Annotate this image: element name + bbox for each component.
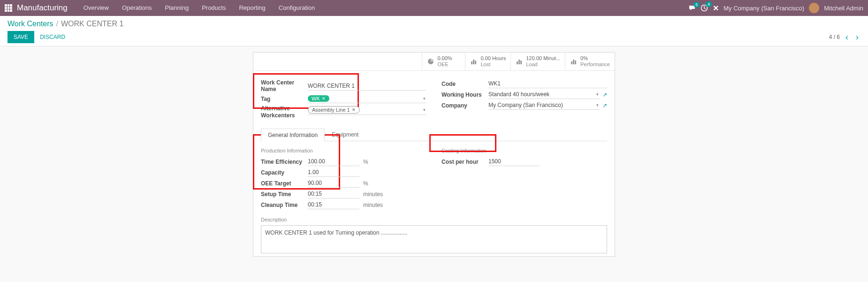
nav-menu: Overview Operations Planning Products Re…	[77, 0, 321, 16]
nav-products[interactable]: Products	[195, 0, 232, 16]
external-link-icon[interactable]: ↗	[602, 91, 607, 98]
hours-input[interactable]: Standard 40 hours/week▾	[488, 90, 600, 99]
stat-performance[interactable]: 0%Performance	[565, 53, 615, 70]
chevron-down-icon[interactable]: ▾	[596, 103, 599, 107]
hours-label: Working Hours	[442, 91, 488, 98]
company-label: Company	[442, 102, 488, 109]
nav-overview[interactable]: Overview	[77, 0, 115, 16]
svg-rect-3	[473, 60, 474, 64]
stat-lost-label: Lost	[480, 61, 506, 68]
pager-text: 4 / 6	[829, 34, 840, 40]
capacity-label: Capacity	[261, 169, 308, 176]
minutes-unit: minutes	[363, 202, 383, 208]
svg-rect-10	[575, 61, 576, 64]
bar-icon	[470, 58, 478, 65]
avatar[interactable]	[809, 3, 819, 13]
svg-rect-4	[475, 61, 476, 64]
pager-next[interactable]: ›	[854, 32, 860, 42]
breadcrumb-parent[interactable]: Work Centers	[8, 20, 53, 28]
nav-reporting[interactable]: Reporting	[232, 0, 272, 16]
cleanup-input[interactable]: 00:15	[308, 200, 359, 209]
alt-label: Alternative Workcenters	[261, 105, 308, 119]
prod-section-title: Production Information	[261, 148, 426, 153]
breadcrumb-current: WORK CENTER 1	[61, 20, 123, 28]
tag-label: Tag	[261, 96, 308, 102]
svg-rect-5	[517, 61, 518, 64]
tag-remove-icon[interactable]: ✕	[352, 107, 356, 112]
breadcrumb: Work Centers/WORK CENTER 1	[8, 20, 860, 28]
stat-load[interactable]: 120.00 Minut...Load	[510, 53, 565, 70]
name-input[interactable]: WORK CENTER 1	[308, 82, 426, 91]
pie-icon	[427, 58, 434, 65]
cleanup-label: Cleanup Time	[261, 202, 308, 208]
nav-configuration[interactable]: Configuration	[272, 0, 321, 16]
tag-input[interactable]: WK✕ ▾	[308, 94, 426, 103]
description-label: Description	[261, 217, 607, 222]
stat-button-row: 0.00%OEE 0.00 HoursLost 120.00 Minut...L…	[253, 53, 615, 71]
stat-perf-value: 0%	[580, 55, 610, 61]
stat-oee[interactable]: 0.00%OEE	[422, 53, 465, 70]
stat-oee-label: OEE	[437, 61, 452, 68]
description-textarea[interactable]: WORK CENTER 1 used for Turning operation…	[261, 225, 607, 253]
bar-icon	[516, 58, 523, 65]
tab-general[interactable]: General Information	[261, 129, 325, 141]
messaging-icon[interactable]: 5	[688, 5, 696, 11]
chevron-down-icon[interactable]: ▾	[423, 107, 426, 112]
svg-rect-9	[573, 60, 574, 64]
svg-rect-6	[518, 60, 520, 64]
time-eff-input[interactable]: 100.00	[308, 157, 359, 166]
code-label: Code	[442, 81, 488, 87]
time-eff-label: Time Efficiency	[261, 159, 308, 165]
control-panel: Work Centers/WORK CENTER 1 SAVE DISCARD …	[0, 16, 868, 46]
alt-pill[interactable]: Assembly Line 1✕	[308, 106, 360, 114]
setup-label: Setup Time	[261, 191, 308, 198]
external-link-icon[interactable]: ↗	[602, 102, 607, 109]
company-input[interactable]: My Company (San Francisco)▾	[488, 101, 600, 110]
alt-input[interactable]: Assembly Line 1✕ ▾	[308, 105, 426, 115]
company-switcher[interactable]: My Company (San Francisco)	[723, 5, 804, 12]
app-brand[interactable]: Manufacturing	[17, 3, 68, 13]
oee-target-label: OEE Target	[261, 180, 308, 187]
apps-icon[interactable]	[5, 4, 12, 12]
pager: 4 / 6 ‹ ›	[829, 32, 860, 42]
tag-pill-wk[interactable]: WK✕	[308, 95, 329, 102]
user-menu[interactable]: Mitchell Admin	[824, 5, 863, 12]
nav-planning[interactable]: Planning	[159, 0, 196, 16]
form-sheet: 0.00%OEE 0.00 HoursLost 120.00 Minut...L…	[253, 52, 615, 257]
bar-icon	[570, 58, 578, 65]
svg-rect-2	[471, 61, 472, 64]
top-navbar: Manufacturing Overview Operations Planni…	[0, 0, 868, 16]
messaging-badge: 5	[693, 2, 700, 8]
stat-lost[interactable]: 0.00 HoursLost	[465, 53, 510, 70]
chevron-down-icon[interactable]: ▾	[596, 92, 599, 97]
svg-rect-8	[571, 61, 572, 64]
svg-rect-7	[520, 61, 522, 64]
stat-load-value: 120.00 Minut...	[526, 55, 560, 61]
stat-lost-value: 0.00 Hours	[480, 55, 506, 61]
discard-button[interactable]: DISCARD	[34, 31, 71, 43]
nav-operations[interactable]: Operations	[115, 0, 159, 16]
oee-target-input[interactable]: 90.00	[308, 179, 359, 188]
close-icon[interactable]: ✕	[713, 4, 719, 13]
form-tabs: General Information Equipment	[261, 128, 607, 141]
tab-equipment[interactable]: Equipment	[325, 128, 365, 141]
code-input[interactable]: WK1	[488, 79, 607, 88]
tag-remove-icon[interactable]: ✕	[322, 96, 326, 101]
percent-unit: %	[363, 159, 368, 165]
save-button[interactable]: SAVE	[8, 31, 34, 43]
stat-load-label: Load	[526, 61, 560, 68]
setup-input[interactable]: 00:15	[308, 190, 359, 198]
stat-perf-label: Performance	[580, 61, 610, 68]
capacity-input[interactable]: 1.00	[308, 168, 359, 177]
pager-prev[interactable]: ‹	[844, 32, 850, 42]
name-label: Work Center Name	[261, 79, 308, 92]
activity-icon[interactable]: 4	[700, 4, 708, 12]
cph-label: Cost per hour	[442, 159, 488, 165]
cph-input[interactable]: 1500	[488, 157, 540, 166]
minutes-unit: minutes	[363, 191, 383, 198]
percent-unit: %	[363, 180, 368, 187]
stat-oee-value: 0.00%	[437, 55, 452, 61]
cost-section-title: Costing Information	[442, 148, 607, 153]
chevron-down-icon[interactable]: ▾	[423, 96, 426, 101]
activity-badge: 4	[706, 1, 712, 7]
